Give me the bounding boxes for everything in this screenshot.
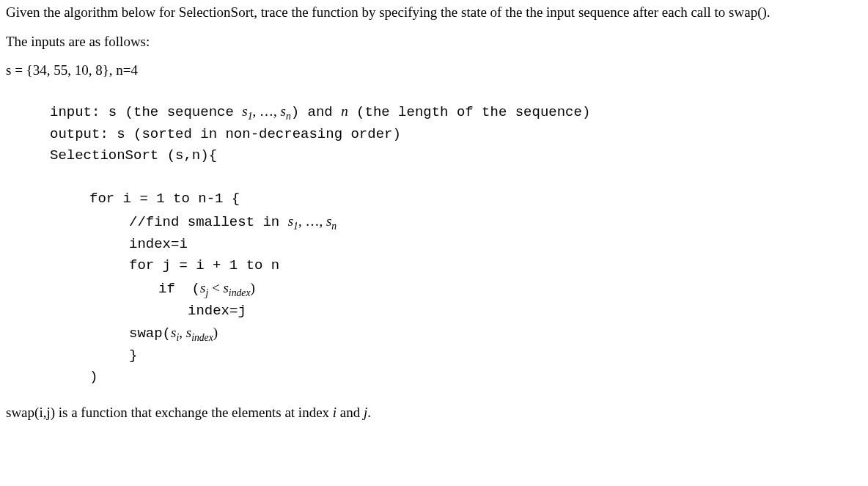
input-tail2: (the length of the sequence) xyxy=(348,104,591,120)
blank-line-1 xyxy=(50,167,862,188)
swap-note-and: and xyxy=(336,405,364,420)
sindex2-sub: index xyxy=(191,332,213,343)
comma-sp: , xyxy=(179,325,186,340)
swap-note-pre: swap(i,j) is a function that exchange th… xyxy=(6,405,333,420)
index-i-text: index=i xyxy=(129,236,188,252)
seq-sn-sub: n xyxy=(286,111,291,122)
comment-s1: s xyxy=(288,213,293,229)
index-j-text: index=j xyxy=(188,303,246,319)
lt-op: < xyxy=(208,280,223,295)
sj-sub: j xyxy=(205,287,208,298)
input-tail: ) and xyxy=(291,104,341,120)
sindex-sub: index xyxy=(229,287,251,298)
swap-note: swap(i,j) is a function that exchange th… xyxy=(6,403,862,422)
si-sub: i xyxy=(176,332,179,343)
for-j-text: for j = i + 1 to n xyxy=(129,257,279,273)
paren-close: ) xyxy=(89,369,98,385)
if-pre: if ( xyxy=(158,281,200,297)
index-j-line: index=j xyxy=(50,301,862,322)
algo-fn-sig: SelectionSort (s,n){ xyxy=(50,145,862,166)
inputs-values-text: s = {34, 55, 10, 8}, n=4 xyxy=(6,62,138,78)
algorithm-block: input: s (the sequence s1, …, sn) and n … xyxy=(6,100,862,389)
question-paragraph: Given the algorithm below for SelectionS… xyxy=(6,3,862,22)
fn-sig-text: SelectionSort (s,n){ xyxy=(50,147,217,163)
comment-mid: , …, xyxy=(298,213,326,229)
for-j-line: for j = i + 1 to n xyxy=(50,255,862,276)
sindex-var: s xyxy=(223,280,228,295)
index-i-line: index=i xyxy=(50,234,862,255)
for-i-text: for i = 1 to n-1 { xyxy=(89,191,240,207)
paren-close-line: ) xyxy=(50,367,862,388)
comment-line: //find smallest in s1, …, sn xyxy=(50,210,862,234)
swap-line: swap(si, sindex) xyxy=(50,322,862,345)
swap-pre: swap( xyxy=(129,325,171,342)
seq-s1-var: s xyxy=(242,103,247,119)
brace-close-line: } xyxy=(50,345,862,367)
brace-close: } xyxy=(129,347,137,364)
for-i-line: for i = 1 to n-1 { xyxy=(50,188,862,210)
output-text: output: s (sorted in non-decreasing orde… xyxy=(50,126,401,142)
swap-note-period: . xyxy=(367,405,371,420)
inputs-label-text: The inputs are as follows: xyxy=(6,34,150,49)
seq-sn-var: s xyxy=(281,103,286,119)
inputs-values: s = {34, 55, 10, 8}, n=4 xyxy=(6,61,862,80)
if-line: if (sj < sindex) xyxy=(50,277,862,301)
swap-close: ) xyxy=(213,325,218,340)
input-label: input: s (the sequence xyxy=(50,104,242,120)
n-var: n xyxy=(341,103,348,119)
seq-mid: , …, xyxy=(253,103,281,119)
comment-s1-sub: 1 xyxy=(293,221,298,232)
algo-input-line: input: s (the sequence s1, …, sn) and n … xyxy=(50,100,862,124)
if-close: ) xyxy=(250,280,254,295)
seq-s1-sub: 1 xyxy=(248,111,253,122)
inputs-label: The inputs are as follows: xyxy=(6,32,862,51)
algo-output-line: output: s (sorted in non-decreasing orde… xyxy=(50,124,862,145)
question-text: Given the algorithm below for SelectionS… xyxy=(6,4,770,20)
comment-pre: //find smallest in xyxy=(129,214,288,230)
comment-sn-sub: n xyxy=(331,221,336,232)
